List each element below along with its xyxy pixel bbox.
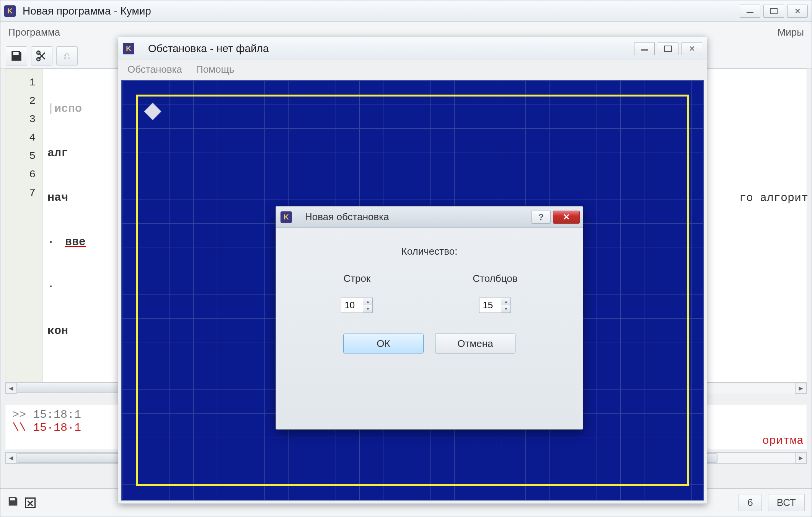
scroll-left-button[interactable]: ◄ bbox=[5, 453, 17, 463]
environment-titlebar[interactable]: K Обстановка - нет файла ✕ bbox=[118, 37, 707, 60]
line-number: 2 bbox=[5, 92, 36, 110]
app-icon: K bbox=[280, 211, 292, 223]
toolbar-button-3[interactable]: ⎌ bbox=[56, 46, 78, 65]
save-icon bbox=[10, 49, 23, 62]
menu-program[interactable]: Программа bbox=[8, 26, 60, 38]
scissors-icon bbox=[35, 49, 48, 62]
menu-help[interactable]: Помощь bbox=[196, 64, 234, 75]
menu-worlds[interactable]: Миры bbox=[778, 26, 804, 38]
close-button[interactable]: ✕ bbox=[682, 42, 702, 55]
line-number: 3 bbox=[5, 110, 36, 129]
status-save-icon[interactable] bbox=[7, 496, 19, 510]
spin-up-icon[interactable]: ▲ bbox=[501, 298, 510, 305]
dialog-count-label: Количество: bbox=[291, 245, 567, 257]
environment-window-title: Обстановка - нет файла bbox=[148, 43, 634, 55]
rows-label: Строк bbox=[343, 273, 370, 285]
line-number: 4 bbox=[5, 129, 36, 147]
save-button[interactable] bbox=[6, 46, 27, 65]
console-line: 15:18:1 bbox=[33, 408, 81, 421]
maximize-button[interactable] bbox=[763, 5, 784, 18]
rows-input[interactable] bbox=[341, 300, 363, 311]
cut-button[interactable] bbox=[31, 46, 52, 65]
line-number: 6 bbox=[5, 165, 36, 184]
environment-menubar: Обстановка Помощь bbox=[118, 60, 707, 79]
dialog-titlebar[interactable]: K Новая обстановка ? ✕ bbox=[276, 206, 583, 228]
cols-input[interactable] bbox=[479, 300, 501, 311]
spin-down-icon[interactable]: ▼ bbox=[363, 305, 372, 312]
line-number: 5 bbox=[5, 147, 36, 165]
app-icon: K bbox=[4, 5, 16, 17]
console-error-prompt: \\ bbox=[12, 421, 33, 434]
console-prompt: >> bbox=[12, 408, 33, 421]
maximize-button[interactable] bbox=[658, 42, 678, 55]
status-clear-icon[interactable] bbox=[25, 497, 36, 508]
svg-rect-1 bbox=[770, 8, 777, 14]
status-line-number: 6 bbox=[739, 494, 761, 511]
svg-rect-5 bbox=[665, 46, 672, 51]
status-insert-mode[interactable]: ВСТ bbox=[768, 494, 805, 511]
scroll-left-button[interactable]: ◄ bbox=[5, 383, 17, 394]
console-overflow-text: оритма bbox=[762, 434, 804, 447]
dialog-title: Новая обстановка bbox=[305, 211, 532, 223]
line-number-gutter: 1 2 3 4 5 6 7 bbox=[5, 69, 43, 382]
cancel-button[interactable]: Отмена bbox=[435, 334, 515, 353]
main-window-title: Новая программа - Кумир bbox=[23, 5, 740, 17]
line-number: 1 bbox=[5, 74, 36, 92]
minimize-button[interactable] bbox=[634, 42, 655, 55]
new-environment-dialog: K Новая обстановка ? ✕ Количество: Строк… bbox=[276, 206, 583, 430]
menu-environment[interactable]: Обстановка bbox=[127, 64, 182, 75]
main-titlebar[interactable]: K Новая программа - Кумир ✕ bbox=[0, 0, 812, 22]
dialog-close-button[interactable]: ✕ bbox=[553, 211, 580, 224]
spin-up-icon[interactable]: ▲ bbox=[363, 298, 372, 305]
cols-label: Столбцов bbox=[473, 273, 517, 285]
code-overflow-hint: го алгорит bbox=[739, 191, 808, 205]
minimize-button[interactable] bbox=[740, 5, 760, 18]
svg-rect-4 bbox=[641, 49, 648, 51]
rows-spinner[interactable]: ▲ ▼ bbox=[341, 298, 373, 313]
app-icon: K bbox=[123, 43, 134, 54]
spin-down-icon[interactable]: ▼ bbox=[501, 305, 510, 312]
ok-button[interactable]: ОК bbox=[343, 334, 424, 353]
scroll-right-button[interactable]: ► bbox=[795, 453, 807, 463]
console-error-line: 15·18·1 bbox=[33, 421, 81, 434]
line-number: 7 bbox=[5, 184, 36, 202]
close-button[interactable]: ✕ bbox=[787, 5, 808, 18]
dialog-help-button[interactable]: ? bbox=[532, 211, 551, 224]
scroll-right-button[interactable]: ► bbox=[795, 383, 807, 394]
cols-spinner[interactable]: ▲ ▼ bbox=[479, 298, 511, 313]
svg-rect-0 bbox=[747, 12, 753, 13]
